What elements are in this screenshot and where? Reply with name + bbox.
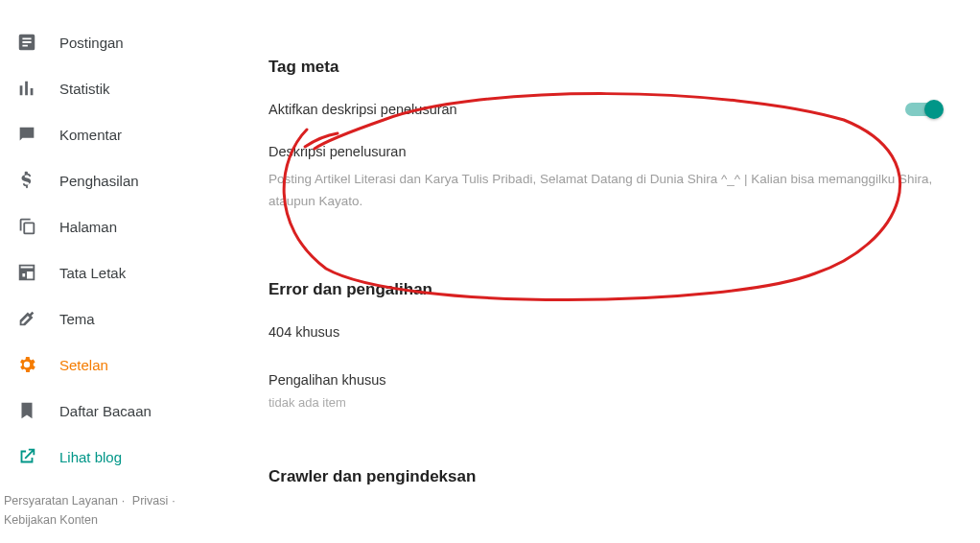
sidebar-item-layout[interactable]: Tata Letak	[0, 249, 230, 295]
row-search-description[interactable]: Deskripsi penelusuran Posting Artikel Li…	[268, 144, 940, 213]
section-title: Crawler dan pengindeksan	[268, 467, 940, 486]
row-custom-404[interactable]: 404 khusus	[268, 324, 940, 340]
sidebar-item-comments[interactable]: Komentar	[0, 111, 230, 157]
redirect-empty-note: tidak ada item	[268, 395, 940, 410]
section-errors-redirects: Error dan pengalihan 404 khusus Pengalih…	[268, 280, 940, 410]
sidebar-item-label: Postingan	[59, 35, 124, 51]
sidebar-item-earnings[interactable]: Penghasilan	[0, 157, 230, 203]
post-icon	[15, 31, 38, 54]
pages-icon	[15, 215, 38, 238]
layout-icon	[15, 261, 38, 284]
row-enable-search-description[interactable]: Aktifkan deskripsi penelusuran	[268, 102, 940, 117]
sidebar-item-label: Halaman	[59, 219, 117, 235]
sidebar-item-label: Daftar Bacaan	[59, 403, 152, 419]
bookmark-icon	[15, 399, 38, 422]
stats-icon	[15, 77, 38, 100]
footer-links: Persyaratan Layanan· Privasi· Kebijakan …	[0, 480, 230, 530]
section-crawlers-indexing: Crawler dan pengindeksan	[268, 467, 940, 486]
toggle-label: Aktifkan deskripsi penelusuran	[268, 102, 457, 117]
description-label: Deskripsi penelusuran	[268, 144, 940, 159]
comment-icon	[15, 123, 38, 146]
toggle-thumb	[924, 100, 944, 119]
footer-terms-link[interactable]: Persyaratan Layanan	[4, 494, 118, 508]
sidebar-item-stats[interactable]: Statistik	[0, 65, 230, 111]
open-external-icon	[15, 445, 38, 468]
section-meta-tags: Tag meta Aktifkan deskripsi penelusuran …	[268, 58, 940, 213]
sidebar-item-posts[interactable]: Postingan	[0, 19, 230, 65]
sidebar-item-viewblog[interactable]: Lihat blog	[0, 434, 230, 480]
row-custom-redirects[interactable]: Pengalihan khusus tidak ada item	[268, 372, 940, 410]
description-text: Posting Artikel Literasi dan Karya Tulis…	[268, 169, 940, 213]
toggle-enable-search-description[interactable]	[905, 103, 940, 116]
sidebar-item-label: Setelan	[59, 357, 108, 373]
section-title: Tag meta	[268, 58, 940, 77]
dollar-icon	[15, 169, 38, 192]
sidebar-item-readinglist[interactable]: Daftar Bacaan	[0, 388, 230, 434]
theme-icon	[15, 307, 38, 330]
sidebar: Postingan Statistik Komentar Penghasilan…	[0, 0, 230, 530]
sidebar-item-label: Komentar	[59, 127, 122, 143]
sidebar-item-label: Tema	[59, 311, 95, 327]
sidebar-item-pages[interactable]: Halaman	[0, 203, 230, 249]
sidebar-item-settings[interactable]: Setelan	[0, 342, 230, 388]
footer-privacy-link[interactable]: Privasi	[132, 494, 169, 508]
sidebar-item-label: Tata Letak	[59, 265, 126, 281]
footer-content-policy-link[interactable]: Kebijakan Konten	[4, 513, 98, 527]
gear-icon	[15, 353, 38, 376]
sidebar-item-label: Penghasilan	[59, 173, 139, 189]
main-content: Tag meta Aktifkan deskripsi penelusuran …	[268, 0, 940, 486]
sidebar-item-label: Statistik	[59, 81, 110, 97]
section-title: Error dan pengalihan	[268, 280, 940, 299]
redirect-label: Pengalihan khusus	[268, 372, 940, 388]
sidebar-item-label: Lihat blog	[59, 449, 122, 465]
sidebar-item-theme[interactable]: Tema	[0, 295, 230, 342]
